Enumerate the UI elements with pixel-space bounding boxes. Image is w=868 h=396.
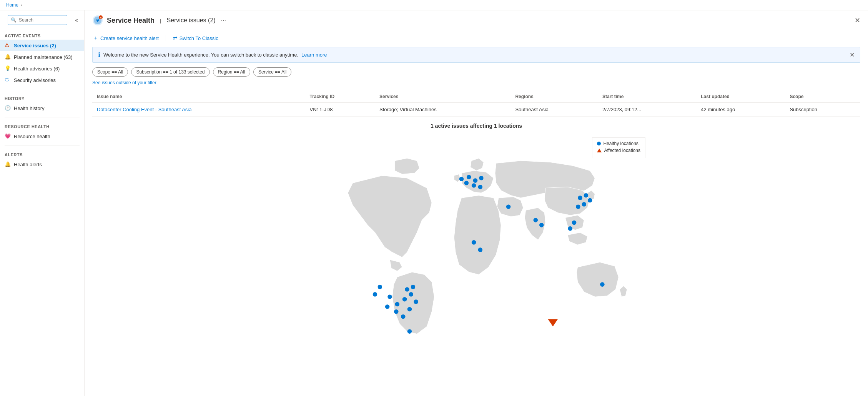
title-separator: | [160,18,161,23]
map-dot-healthy [409,292,414,297]
banner-close-button[interactable]: ✕ [850,51,855,58]
resource-health-title: RESOURCE HEALTH [0,120,84,130]
map-dot-healthy [402,297,407,302]
map-dot-healthy [385,304,390,309]
app-container: Home › 🔍 « ACTIVE EVENTS ⚠ Service issue… [0,0,868,396]
region-filter[interactable]: Region == All [213,67,250,77]
map-dot-affected [548,319,558,326]
main-layout: 🔍 « ACTIVE EVENTS ⚠ Service issues (2) 🔔… [0,10,868,396]
sidebar-item-health-history[interactable]: 🕐 Health history [0,102,84,114]
sidebar-item-health-advisories-label: Health advisories (6) [14,66,60,72]
cell-scope: Subscription [785,103,860,117]
map-dot-healthy [582,202,586,207]
map-dot-healthy [472,240,476,245]
map-dot-healthy [584,193,589,198]
map-dot-healthy [387,294,392,299]
content-area: ＋ Create service health alert ⇄ Switch T… [85,29,868,396]
map-dot-healthy [394,309,399,314]
info-icon: ℹ [98,51,100,58]
map-dot-healthy [373,292,377,297]
create-alert-button[interactable]: ＋ Create service health alert [92,33,160,43]
col-regions: Regions [510,91,598,103]
learn-more-link[interactable]: Learn more [301,52,327,58]
cell-regions: Southeast Asia [510,103,598,117]
right-content: ♥ ✕ Service Health | Service issues (2) … [85,10,868,396]
close-button[interactable]: ✕ [855,16,860,25]
breadcrumb: Home › [0,0,868,10]
service-filter[interactable]: Service == All [253,67,291,77]
search-icon: 🔍 [11,17,17,23]
switch-classic-button[interactable]: ⇄ Switch To Classic [172,33,219,43]
sidebar-item-health-alerts[interactable]: 🔔 Health alerts [0,159,84,170]
map-dot-healthy [459,177,464,181]
info-banner: ℹ Welcome to the new Service Health expe… [92,47,860,63]
map-dot-healthy [578,195,582,200]
scope-filter[interactable]: Scope == All [92,67,128,77]
sidebar-collapse-button[interactable]: « [71,15,82,25]
sidebar-item-service-issues[interactable]: ⚠ Service issues (2) [0,40,84,51]
col-start-time: Start time [598,91,696,103]
map-dot-healthy [378,285,382,289]
subscription-filter[interactable]: Subscription == 1 of 133 selected [131,67,210,77]
toolbar-divider [166,35,166,41]
map-dot-healthy [405,287,409,292]
plus-icon: ＋ [93,35,98,42]
sidebar-item-resource-health[interactable]: 💗 Resource health [0,130,84,142]
search-input[interactable] [8,15,67,25]
switch-icon: ⇄ [173,35,178,41]
col-services: Services [375,91,510,103]
sidebar-item-security-advisories[interactable]: 🛡 Security advisories [0,74,84,86]
health-alerts-icon: 🔔 [5,161,11,167]
map-dot-healthy [539,223,544,227]
legend-healthy: Healthy locations [597,141,640,146]
map-dot-healthy [479,176,484,180]
map-dot-healthy [572,221,577,225]
map-legend: Healthy locations Affected locations [592,137,645,158]
page-title-main: Service Health [107,17,155,25]
breadcrumb-home[interactable]: Home [6,2,18,8]
map-dot-healthy [407,307,412,312]
map-dot-healthy [472,183,476,188]
map-container: Healthy locations Affected locations [303,134,649,348]
search-box: 🔍 [8,15,67,25]
map-dot-healthy [411,285,416,289]
map-dot-healthy [473,178,478,183]
col-issue-name: Issue name [92,91,305,103]
sidebar-divider-1 [5,89,80,89]
map-dot-healthy [414,299,418,304]
create-alert-label: Create service health alert [100,35,159,41]
map-dot-healthy [464,181,469,185]
map-dot-healthy [467,175,471,179]
map-dot-healthy [478,185,482,189]
sidebar-item-health-alerts-label: Health alerts [14,162,42,167]
issue-link[interactable]: Datacenter Cooling Event - Southeast Asi… [97,107,191,112]
sidebar-item-service-issues-label: Service issues (2) [14,43,56,48]
cell-tracking-id: VN11-JD8 [305,103,375,117]
title-more-button[interactable]: ··· [221,17,226,24]
see-outside-filter-link[interactable]: See issues outside of your filter [92,79,156,86]
sidebar-item-security-advisories-label: Security advisories [14,77,56,83]
sidebar-item-planned-maintenance-label: Planned maintenance (63) [14,54,73,60]
sidebar-item-health-advisories[interactable]: 💡 Health advisories (6) [0,63,84,74]
map-dot-healthy [478,247,482,252]
map-dot-healthy [576,204,580,209]
security-advisories-icon: 🛡 [5,77,11,83]
sidebar-item-planned-maintenance[interactable]: 🔔 Planned maintenance (63) [0,51,84,63]
legend-healthy-label: Healthy locations [603,141,638,146]
map-dot-healthy [568,226,572,231]
map-dot-healthy [407,329,412,334]
map-dot-healthy [506,204,511,209]
map-dot-healthy [395,302,400,307]
svg-text:♥: ♥ [96,17,99,23]
map-dot-healthy [600,282,605,287]
sidebar: 🔍 « ACTIVE EVENTS ⚠ Service issues (2) 🔔… [0,10,85,396]
sidebar-divider-2 [5,117,80,117]
col-last-updated: Last updated [696,91,785,103]
filters: Scope == All Subscription == 1 of 133 se… [85,67,868,80]
history-title: HISTORY [0,92,84,102]
cell-start-time: 2/7/2023, 09:12... [598,103,696,117]
legend-affected-label: Affected locations [604,148,640,153]
banner-text: Welcome to the new Service Health experi… [103,52,298,58]
health-history-icon: 🕐 [5,105,11,111]
active-events-title: ACTIVE EVENTS [0,30,84,40]
